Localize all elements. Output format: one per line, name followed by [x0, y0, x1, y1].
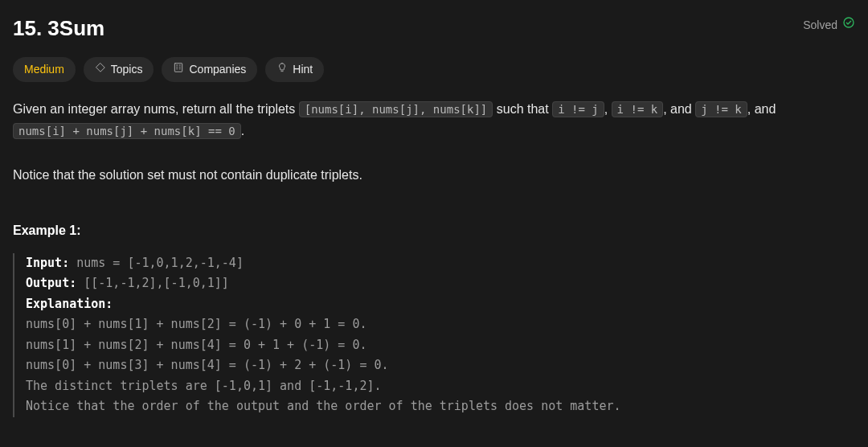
code-inline: j != k — [695, 101, 747, 117]
output-value: [[-1,-1,2],[-1,0,1]] — [76, 276, 229, 290]
desc-paragraph-1: Given an integer array nums, return all … — [13, 98, 855, 141]
output-label: Output: — [26, 276, 76, 290]
explanation-lines: nums[0] + nums[1] + nums[2] = (-1) + 0 +… — [26, 317, 621, 413]
problem-title: 15. 3Sum — [13, 13, 104, 44]
solved-label: Solved — [803, 17, 837, 34]
difficulty-label: Medium — [24, 61, 64, 78]
desc-text: , and — [663, 102, 695, 116]
code-inline: i != k — [612, 101, 664, 117]
desc-paragraph-2: Notice that the solution set must not co… — [13, 164, 855, 186]
desc-text: . — [241, 124, 244, 137]
example-block: Input: nums = [-1,0,1,2,-1,-4] Output: [… — [13, 253, 855, 417]
code-inline: i != j — [552, 101, 604, 117]
topics-label: Topics — [111, 61, 143, 78]
desc-text: , and — [747, 102, 776, 116]
difficulty-badge: Medium — [13, 57, 76, 82]
tags-row: Medium Topics Companies Hint — [13, 57, 855, 82]
solved-check-icon — [842, 16, 855, 34]
hint-button[interactable]: Hint — [265, 57, 324, 82]
lightbulb-icon — [276, 61, 288, 78]
desc-text: Given an integer array nums, return all … — [13, 102, 299, 116]
code-inline: [nums[i], nums[j], nums[k]] — [299, 101, 493, 117]
header-row: 15. 3Sum Solved — [13, 13, 855, 44]
input-label: Input: — [26, 256, 69, 270]
problem-description: Given an integer array nums, return all … — [13, 98, 855, 186]
solved-status: Solved — [803, 16, 855, 34]
building-icon — [173, 61, 184, 78]
topics-button[interactable]: Topics — [84, 57, 154, 82]
desc-text: such that — [493, 102, 552, 116]
tag-icon — [95, 61, 106, 78]
example-heading: Example 1: — [13, 221, 855, 240]
explanation-label: Explanation: — [26, 297, 113, 311]
companies-label: Companies — [189, 61, 246, 78]
code-inline: nums[i] + nums[j] + nums[k] == 0 — [13, 123, 241, 139]
svg-point-0 — [844, 18, 854, 27]
desc-text: , — [604, 102, 612, 116]
hint-label: Hint — [293, 61, 313, 78]
svg-rect-2 — [175, 64, 182, 72]
input-value: nums = [-1,0,1,2,-1,-4] — [69, 256, 244, 270]
companies-button[interactable]: Companies — [162, 57, 257, 82]
